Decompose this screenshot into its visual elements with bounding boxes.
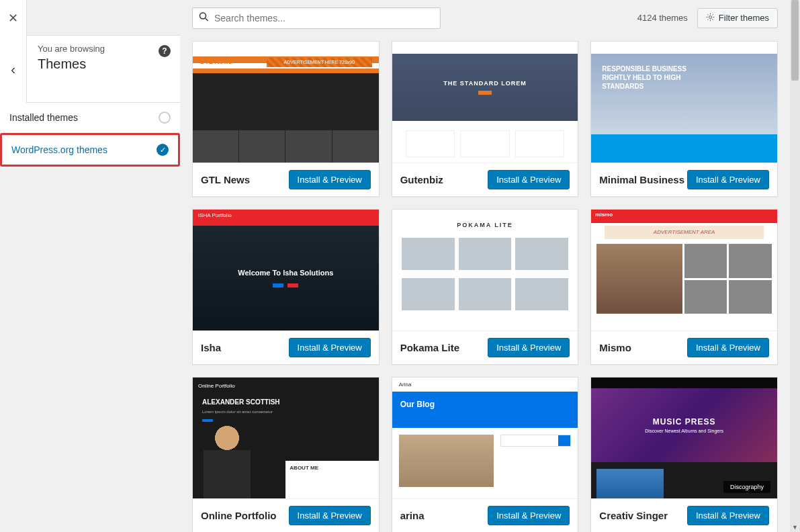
theme-preview: POKAMA LITE [392, 210, 578, 330]
themes-grid: GTL News ADVERTISEMENT HERE 728x90 GTL N… [180, 36, 790, 532]
theme-name: GTL News [201, 174, 250, 185]
theme-name: Gutenbiz [400, 174, 443, 185]
install-preview-button[interactable]: Install & Preview [687, 506, 769, 525]
toolbar: 4124 themes Filter themes [180, 0, 790, 36]
preview-logo: ISHA Portfolio [193, 210, 379, 226]
radio-checked-icon: ✓ [157, 144, 169, 156]
theme-preview: Arina Our Blog [392, 378, 578, 498]
theme-card-creativ-singer[interactable]: MUSIC PRESSDiscover Newest Albums and Si… [590, 377, 778, 532]
preview-headline: MUSIC PRESS [653, 417, 716, 427]
close-button[interactable]: ✕ [0, 0, 27, 36]
theme-card-online-portfolio[interactable]: Online Portfolio ALEXANDER SCOTTISH Lore… [192, 377, 380, 532]
page-title: Themes [38, 56, 169, 72]
theme-footer: GTL News Install & Preview [193, 163, 379, 196]
theme-card-arina[interactable]: Arina Our Blog arina Install & Preview [392, 377, 579, 532]
filter-themes-button[interactable]: Filter themes [697, 8, 778, 28]
preview-logo: Online Portfolio [193, 378, 379, 394]
filter-wordpress-org-themes[interactable]: WordPress.org themes ✓ [0, 133, 180, 167]
preview-ad: ADVERTISEMENT AREA [605, 226, 764, 239]
theme-name: Mismo [599, 342, 631, 353]
preview-title: POKAMA LITE [392, 210, 578, 234]
radio-unchecked-icon [159, 112, 171, 124]
help-icon[interactable]: ? [159, 45, 171, 57]
preview-text: Lorem ipsum dolor sit amet consectetur [193, 410, 295, 415]
theme-footer: Gutenbiz Install & Preview [392, 163, 578, 196]
preview-sub: Discover Newest Albums and Singers [645, 429, 723, 433]
theme-footer: Mismo Install & Preview [591, 330, 777, 364]
theme-name: Online Portfolio [201, 510, 277, 521]
filter-label: Installed themes [9, 112, 78, 123]
toolbar-right: 4124 themes Filter themes [637, 8, 778, 28]
preview-headline: Welcome To Isha Solutions [238, 269, 333, 277]
sidebar-topbar: ✕ [0, 0, 180, 36]
theme-name: Minimal Business [599, 174, 684, 185]
preview-headline: Our Blog [392, 392, 578, 428]
install-preview-button[interactable]: Install & Preview [488, 338, 570, 357]
theme-card-gtl-news[interactable]: GTL News ADVERTISEMENT HERE 728x90 GTL N… [192, 41, 380, 197]
preview-headline: ALEXANDER SCOTTISH [193, 394, 379, 410]
theme-name: Isha [201, 342, 221, 353]
filter-label: WordPress.org themes [11, 144, 107, 155]
preview-about: ABOUT ME [285, 461, 378, 498]
install-preview-button[interactable]: Install & Preview [488, 170, 570, 189]
install-preview-button[interactable]: Install & Preview [289, 170, 371, 189]
install-preview-button[interactable]: Install & Preview [289, 506, 371, 525]
sidebar-header-row: ‹ You are browsing Themes ? [0, 36, 180, 103]
sidebar-header: You are browsing Themes ? [27, 36, 180, 103]
filter-list: Installed themes WordPress.org themes ✓ [0, 103, 180, 167]
install-preview-button[interactable]: Install & Preview [488, 506, 570, 525]
theme-footer: Online Portfolio Install & Preview [193, 498, 379, 532]
install-preview-button[interactable]: Install & Preview [687, 170, 769, 189]
filter-button-label: Filter themes [719, 13, 769, 23]
theme-footer: Minimal Business Install & Preview [591, 163, 777, 196]
svg-line-1 [206, 18, 208, 21]
preview-disc: Discography [723, 481, 770, 493]
scrollbar[interactable]: ▲ ▼ [790, 0, 800, 532]
search-input[interactable] [192, 7, 441, 29]
theme-preview: MUSIC PRESSDiscover Newest Albums and Si… [591, 378, 777, 498]
theme-card-pokama-lite[interactable]: POKAMA LITE Pokama Lite Install & Previe… [392, 209, 579, 365]
svg-point-2 [709, 15, 711, 18]
preview-headline: RESPONSIBLE BUSINESS RIGHTLY HELD TO HIG… [602, 64, 701, 91]
preview-ad: ADVERTISEMENT HERE 728x90 [267, 58, 372, 67]
theme-preview: THE STANDARD LOREM [392, 42, 578, 163]
theme-card-minimal-business[interactable]: RESPONSIBLE BUSINESS RIGHTLY HELD TO HIG… [590, 41, 778, 197]
install-preview-button[interactable]: Install & Preview [687, 338, 769, 357]
theme-preview: ISHA Portfolio Welcome To Isha Solutions [193, 210, 379, 330]
theme-name: Pokama Lite [400, 342, 459, 353]
sidebar: ✕ ‹ You are browsing Themes ? Installed … [0, 0, 180, 532]
theme-preview: mismo ADVERTISEMENT AREA [591, 210, 777, 330]
back-button[interactable]: ‹ [0, 36, 27, 103]
theme-card-mismo[interactable]: mismo ADVERTISEMENT AREA Mismo Install &… [590, 209, 778, 365]
theme-footer: Creativ Singer Install & Preview [591, 498, 777, 532]
search-icon [199, 11, 209, 24]
preview-logo: mismo [591, 210, 777, 223]
theme-count: 4124 themes [637, 13, 688, 23]
scrollbar-thumb[interactable] [791, 0, 799, 81]
browsing-label: You are browsing [38, 44, 169, 54]
theme-name: Creativ Singer [599, 510, 668, 521]
theme-footer: Isha Install & Preview [193, 330, 379, 364]
install-preview-button[interactable]: Install & Preview [289, 338, 371, 357]
close-icon: ✕ [8, 11, 18, 26]
scroll-down-icon[interactable]: ▼ [790, 522, 800, 532]
chevron-left-icon: ‹ [11, 62, 15, 77]
theme-name: arina [400, 510, 425, 521]
theme-preview: Online Portfolio ALEXANDER SCOTTISH Lore… [193, 378, 379, 498]
main-content: 4124 themes Filter themes GTL News ADVER… [180, 0, 790, 532]
theme-footer: arina Install & Preview [392, 498, 578, 532]
preview-headline: THE STANDARD LOREM [443, 80, 526, 87]
theme-card-gutenbiz[interactable]: THE STANDARD LOREM Gutenbiz Install & Pr… [392, 41, 579, 197]
preview-logo: GTL News [199, 58, 232, 65]
theme-card-isha[interactable]: ISHA Portfolio Welcome To Isha Solutions… [192, 209, 380, 365]
filter-installed-themes[interactable]: Installed themes [0, 103, 180, 133]
theme-preview: GTL News ADVERTISEMENT HERE 728x90 [193, 42, 379, 163]
theme-footer: Pokama Lite Install & Preview [392, 330, 578, 364]
preview-logo: Arina [399, 382, 412, 388]
search-wrap [192, 7, 441, 29]
svg-point-0 [200, 13, 206, 19]
theme-preview: RESPONSIBLE BUSINESS RIGHTLY HELD TO HIG… [591, 42, 777, 163]
gear-icon [706, 13, 715, 24]
